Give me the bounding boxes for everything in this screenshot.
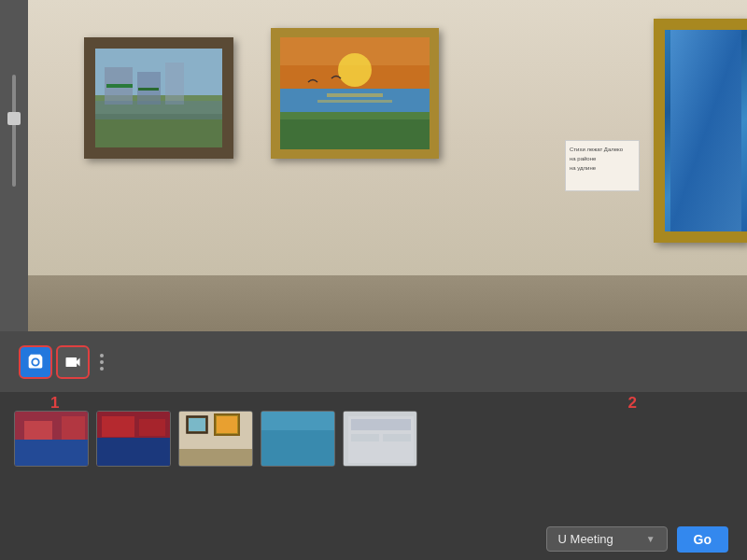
svg-rect-6 bbox=[95, 101, 222, 119]
more-button[interactable] bbox=[96, 350, 107, 374]
svg-rect-53 bbox=[383, 434, 411, 441]
label-card: Стихи лежат Далеко на районе на удлине bbox=[565, 140, 640, 191]
svg-rect-42 bbox=[189, 418, 205, 431]
svg-rect-51 bbox=[351, 419, 411, 430]
thumbnail-4[interactable] bbox=[261, 411, 335, 467]
svg-rect-5 bbox=[165, 63, 184, 105]
svg-rect-32 bbox=[62, 416, 85, 440]
video-button[interactable] bbox=[56, 345, 90, 379]
camera-icon bbox=[25, 352, 46, 372]
svg-rect-14 bbox=[280, 119, 430, 149]
meeting-select-dropdown[interactable]: U Meeting ▼ bbox=[546, 526, 668, 552]
painting-2-canvas bbox=[280, 37, 430, 149]
thumbnail-5[interactable] bbox=[343, 411, 417, 467]
badge-2: 2 bbox=[628, 394, 637, 413]
painting-3 bbox=[654, 19, 747, 243]
capture-buttons bbox=[19, 345, 107, 379]
meeting-select-label: U Meeting bbox=[558, 532, 613, 546]
svg-rect-19 bbox=[670, 30, 741, 231]
svg-rect-52 bbox=[351, 434, 379, 441]
slider-thumb[interactable] bbox=[7, 112, 21, 125]
svg-rect-30 bbox=[15, 440, 89, 467]
painting-1 bbox=[84, 37, 233, 159]
svg-rect-44 bbox=[217, 416, 237, 433]
dropdown-arrow-icon: ▼ bbox=[646, 534, 655, 544]
gallery-floor bbox=[28, 275, 747, 331]
svg-rect-31 bbox=[24, 421, 52, 440]
camera-button[interactable] bbox=[19, 345, 52, 379]
control-bar bbox=[0, 331, 747, 392]
svg-rect-7 bbox=[106, 84, 133, 88]
thumbnail-3[interactable] bbox=[178, 411, 253, 467]
slider-track[interactable] bbox=[12, 75, 16, 187]
painting-2 bbox=[271, 28, 439, 159]
painting-3-canvas bbox=[665, 30, 747, 231]
svg-rect-40 bbox=[179, 449, 253, 467]
main-gallery-area: Стихи лежат Далеко на районе на удлине bbox=[28, 0, 747, 331]
svg-rect-8 bbox=[138, 88, 159, 91]
video-icon bbox=[63, 353, 82, 371]
left-sidebar bbox=[0, 0, 28, 331]
svg-rect-36 bbox=[102, 416, 134, 437]
svg-rect-37 bbox=[139, 419, 165, 436]
gallery-scene: Стихи лежат Далеко на районе на удлине bbox=[28, 0, 747, 331]
svg-point-15 bbox=[338, 53, 372, 87]
painting-1-canvas bbox=[95, 49, 222, 147]
go-button[interactable]: Go bbox=[677, 526, 728, 553]
label-card-text: Стихи лежат Далеко на районе на удлине bbox=[570, 147, 623, 171]
svg-rect-16 bbox=[327, 93, 383, 97]
badge-1: 1 bbox=[50, 394, 59, 413]
svg-rect-47 bbox=[261, 412, 335, 430]
bottom-bar: U Meeting ▼ Go bbox=[0, 518, 747, 560]
svg-rect-17 bbox=[317, 100, 392, 103]
thumbnail-1[interactable] bbox=[14, 411, 89, 467]
thumbnail-2[interactable] bbox=[96, 411, 171, 467]
gallery-wall: Стихи лежат Далеко на районе на удлине bbox=[28, 0, 747, 275]
svg-rect-35 bbox=[97, 438, 171, 467]
